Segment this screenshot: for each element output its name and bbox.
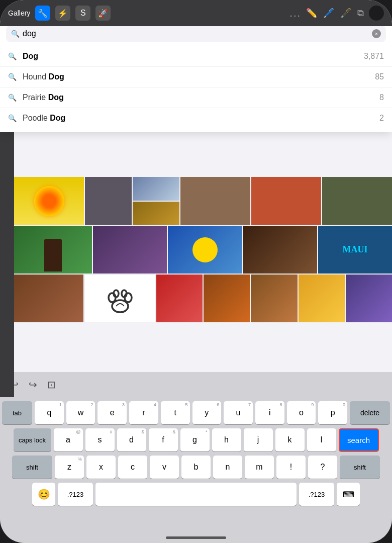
keyboard-dismiss-key[interactable]: ⌨ xyxy=(337,483,360,506)
gallery-label: Gallery xyxy=(8,9,30,17)
redo-icon[interactable]: ↪ xyxy=(29,379,37,391)
key-n[interactable]: n xyxy=(213,456,242,479)
key-a[interactable]: @a xyxy=(54,428,83,451)
photo-people-2[interactable] xyxy=(251,177,321,225)
suggestion-prairie-dog[interactable]: 🔍 Prairie Dog 8 xyxy=(0,87,392,108)
suggestion-text-1: Dog xyxy=(23,52,364,61)
s-icon[interactable]: S xyxy=(75,6,90,21)
suggestion-dog[interactable]: 🔍 Dog 3,871 xyxy=(0,46,392,67)
key-question[interactable]: ? xyxy=(308,456,337,479)
key-r[interactable]: 4r xyxy=(129,401,158,424)
key-o[interactable]: 9o xyxy=(287,401,316,424)
search-input[interactable]: dog xyxy=(23,29,369,38)
key-v[interactable]: v xyxy=(150,456,179,479)
more-icon[interactable]: ... xyxy=(289,8,301,19)
key-y[interactable]: 6y xyxy=(192,401,222,424)
key-t[interactable]: 5t xyxy=(161,401,190,424)
pen-icon[interactable]: ✏️ xyxy=(306,8,317,19)
key-b[interactable]: b xyxy=(181,456,211,479)
key-z[interactable]: %z xyxy=(55,456,84,479)
suggestion-hound-dog[interactable]: 🔍 Hound Dog 85 xyxy=(0,67,392,87)
lightning-icon[interactable]: ⚡ xyxy=(55,6,70,21)
layers-icon[interactable]: ⧉ xyxy=(357,8,364,19)
search-bar: 🔍 dog × xyxy=(6,25,386,42)
photo-person-dog[interactable] xyxy=(14,275,83,322)
device-frame: Gallery 🔧 ⚡ S 🚀 ... ✏️ 🖊️ 🖋️ ⧉ ⬜ Moving … xyxy=(0,0,392,543)
photo-col-small xyxy=(133,177,179,225)
photo-dog-blue[interactable] xyxy=(168,226,242,274)
photo-red-1[interactable] xyxy=(156,275,203,322)
photo-row-3 xyxy=(14,275,392,322)
clear-search-button[interactable]: × xyxy=(372,29,381,38)
photo-flower[interactable] xyxy=(14,177,84,225)
key-d[interactable]: $d xyxy=(117,428,146,451)
key-u[interactable]: 7u xyxy=(224,401,253,424)
space-bar[interactable] xyxy=(95,483,297,506)
key-f[interactable]: &f xyxy=(149,428,178,451)
suggestion-count-4: 2 xyxy=(379,114,384,123)
key-k[interactable]: k xyxy=(275,428,305,451)
delete-key[interactable]: delete xyxy=(350,401,390,424)
shift-right-key[interactable]: shift xyxy=(340,456,380,479)
suggestion-text-4: Poodle Dog xyxy=(23,114,379,123)
photo-maui[interactable]: MAUI xyxy=(318,226,392,274)
suggestion-search-icon-2: 🔍 xyxy=(8,73,17,81)
suggestion-search-icon-3: 🔍 xyxy=(8,94,17,102)
photo-small-1[interactable] xyxy=(133,177,179,201)
key-i[interactable]: 8i xyxy=(255,401,284,424)
key-exclaim[interactable]: ! xyxy=(276,456,306,479)
suggestions-list: 🔍 Dog 3,871 🔍 Hound Dog 85 🔍 Prairie Dog… xyxy=(0,46,392,132)
numsym-left-key[interactable]: .?123 xyxy=(58,483,93,506)
key-h[interactable]: h xyxy=(212,428,241,451)
color-swatch[interactable] xyxy=(369,6,384,21)
photo-people-1[interactable] xyxy=(180,177,250,225)
caps-lock-key[interactable]: caps lock xyxy=(14,428,51,451)
key-g[interactable]: *g xyxy=(180,428,210,451)
suggestion-count-2: 85 xyxy=(375,72,384,81)
photo-row-1 xyxy=(14,177,392,225)
space-row: 😊 .?123 .?123 ⌨ xyxy=(2,483,390,506)
photo-dog-green[interactable] xyxy=(14,226,92,274)
photo-dog-tan-2[interactable] xyxy=(251,275,297,322)
key-l[interactable]: l xyxy=(307,428,336,451)
key-x[interactable]: x xyxy=(86,456,116,479)
photo-row-2: MAUI xyxy=(14,226,392,274)
wrench-icon[interactable]: 🔧 xyxy=(35,6,50,21)
photo-paw[interactable] xyxy=(84,275,155,322)
numsym-right-key[interactable]: .?123 xyxy=(299,483,334,506)
number-row: tab 1q 2w 3e 4r 5t 6y 7u 8i 9o 0p delete xyxy=(2,401,390,424)
key-c[interactable]: c xyxy=(118,456,147,479)
key-m[interactable]: m xyxy=(245,456,274,479)
nib-icon[interactable]: 🖊️ xyxy=(323,8,334,19)
photo-dog-brown[interactable] xyxy=(243,226,317,274)
emoji-key[interactable]: 😊 xyxy=(32,483,55,506)
key-p[interactable]: 0p xyxy=(318,401,347,424)
photo-dog-golden[interactable] xyxy=(299,275,345,322)
key-w[interactable]: 2w xyxy=(66,401,95,424)
top-bar: Gallery 🔧 ⚡ S 🚀 ... ✏️ 🖊️ 🖋️ ⧉ xyxy=(0,0,392,26)
keyboard: tab 1q 2w 3e 4r 5t 6y 7u 8i 9o 0p delete… xyxy=(0,397,392,543)
search-key[interactable]: search xyxy=(339,428,379,451)
eraser-icon[interactable]: 🖋️ xyxy=(340,8,351,19)
photo-dog-outdoor[interactable] xyxy=(322,177,392,225)
key-s[interactable]: #s xyxy=(85,428,115,451)
key-e[interactable]: 3e xyxy=(97,401,127,424)
home-indicator xyxy=(166,536,226,539)
photo-dog-dark-1[interactable] xyxy=(85,177,132,225)
suggestion-poodle-dog[interactable]: 🔍 Poodle Dog 2 xyxy=(0,108,392,128)
photo-dog-purple-bg[interactable] xyxy=(346,275,392,322)
tab-key[interactable]: tab xyxy=(2,401,32,424)
paste-icon[interactable]: ⊡ xyxy=(47,379,56,391)
key-q[interactable]: 1q xyxy=(35,401,64,424)
search-icon: 🔍 xyxy=(11,30,20,38)
visible-photos: MAUI xyxy=(14,177,392,323)
rocket-icon[interactable]: 🚀 xyxy=(95,6,111,21)
suggestion-search-icon-4: 🔍 xyxy=(8,114,17,122)
key-j[interactable]: j xyxy=(244,428,273,451)
shift-left-key[interactable]: shift xyxy=(12,456,52,479)
tool-icons: ✏️ 🖊️ 🖋️ ⧉ xyxy=(306,8,364,19)
photo-dog-car[interactable] xyxy=(93,226,167,274)
photo-dog-tan-1[interactable] xyxy=(204,275,250,322)
suggestion-count-1: 3,871 xyxy=(364,52,384,61)
photo-small-2[interactable] xyxy=(133,202,179,225)
